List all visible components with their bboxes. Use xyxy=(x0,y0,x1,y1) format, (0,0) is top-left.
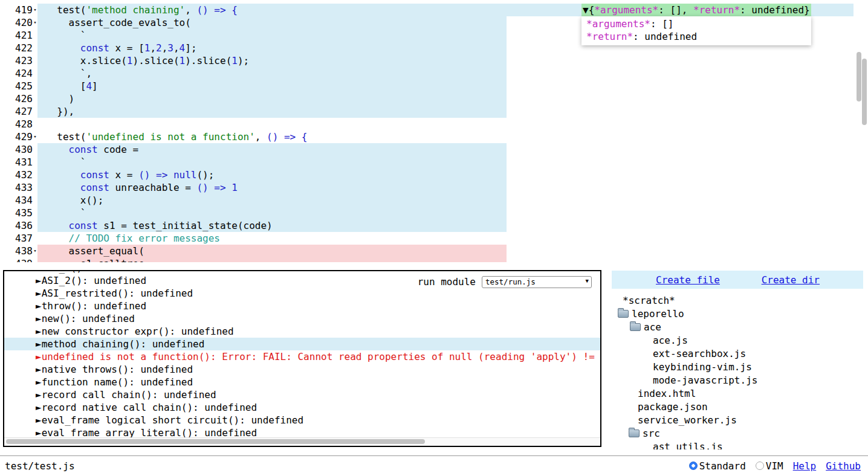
code-line[interactable]: const x = () => null(); xyxy=(37,169,853,181)
expand-arrow-icon[interactable]: ► xyxy=(36,389,42,400)
tree-folder[interactable]: src xyxy=(612,426,863,440)
value-inspector-popup[interactable]: ▼{*arguments*: [], *return*: undefined} … xyxy=(581,4,811,45)
test-result-row[interactable]: ►native throws(): undefined xyxy=(4,363,600,376)
editor-line[interactable]: 424 `, xyxy=(0,67,853,80)
test-result-row[interactable]: ►function name(): undefined xyxy=(4,376,600,388)
expand-arrow-icon[interactable]: ► xyxy=(36,313,42,324)
test-results-panel[interactable]: ►ASI_1(): undefined►ASI_2(): undefined►A… xyxy=(3,270,601,447)
code-line[interactable]: assert_equal( xyxy=(37,245,853,257)
fold-marker-icon[interactable]: ▾ xyxy=(33,245,37,257)
run-module-select[interactable]: test/run.js xyxy=(482,276,592,288)
code-token: ` xyxy=(45,30,86,41)
radio-vim-icon[interactable] xyxy=(756,462,764,470)
results-scrollbar-thumb[interactable] xyxy=(6,439,425,444)
expand-arrow-icon[interactable]: ► xyxy=(36,338,42,350)
test-result-row[interactable]: ►method chaining(): undefined xyxy=(4,338,600,350)
code-line[interactable]: test('undefined is not a function', () =… xyxy=(37,130,853,143)
results-horizontal-scrollbar[interactable] xyxy=(4,437,600,446)
editor-line[interactable]: 429▾ test('undefined is not a function',… xyxy=(0,130,853,143)
expand-arrow-icon[interactable]: ► xyxy=(36,326,42,337)
tree-file[interactable]: package.json xyxy=(612,400,863,413)
create-dir-button[interactable]: Create dir xyxy=(762,274,820,286)
test-result-row[interactable]: ►record call chain(): undefined xyxy=(4,388,600,401)
create-file-button[interactable]: Create file xyxy=(656,274,720,286)
vim-label[interactable]: VIM xyxy=(766,460,783,472)
test-result-row[interactable]: ►ASI_1(): undefined xyxy=(4,270,600,274)
test-result-label: record call chain(): undefined xyxy=(42,389,216,400)
inspector-summary[interactable]: ▼{*arguments*: [], *return*: undefined} xyxy=(581,4,811,16)
editor-line[interactable]: 432 const x = () => null(); xyxy=(0,169,853,181)
expand-arrow-icon[interactable]: ► xyxy=(36,376,42,388)
editor-line[interactable]: 436 const s1 = test_initial_state(code) xyxy=(0,219,853,232)
tree-file[interactable]: index.html xyxy=(612,387,863,400)
inspector-entry[interactable]: *arguments*: [] xyxy=(586,18,811,30)
code-line[interactable]: // TODO fix error messages xyxy=(37,232,853,245)
tree-file[interactable]: keybinding-vim.js xyxy=(612,360,863,373)
expand-arrow-icon[interactable]: ► xyxy=(36,270,42,274)
test-result-row[interactable]: ►eval_frame logical short circuit(): und… xyxy=(4,414,600,426)
expand-arrow-icon[interactable]: ► xyxy=(36,364,42,375)
expand-arrow-icon[interactable]: ► xyxy=(36,300,42,312)
test-result-row[interactable]: ►new(): undefined xyxy=(4,312,600,325)
tree-file[interactable]: mode-javascript.js xyxy=(612,373,863,387)
editor-line[interactable]: 438▾ assert_equal( xyxy=(0,245,853,257)
code-line[interactable]: const code = xyxy=(37,143,853,156)
editor-line[interactable]: 428 xyxy=(0,118,853,130)
expand-arrow-icon[interactable]: ► xyxy=(36,402,42,413)
expand-arrow-icon[interactable]: ► xyxy=(36,275,42,286)
editor-line[interactable]: 430 const code = xyxy=(0,143,853,156)
code-line[interactable]: s1.calltree xyxy=(37,257,853,262)
test-result-row[interactable]: ►throw(): undefined xyxy=(4,300,600,312)
code-line[interactable]: [4] xyxy=(37,80,853,92)
standard-label[interactable]: Standard xyxy=(699,460,746,472)
tree-file[interactable]: ext-searchbox.js xyxy=(612,347,863,360)
help-link[interactable]: Help xyxy=(793,460,817,472)
file-tree[interactable]: *scratch*leporelloaceace.jsext-searchbox… xyxy=(612,289,863,449)
file-tree-scrollbar[interactable] xyxy=(860,0,868,179)
keybinding-vim-option[interactable]: VIM xyxy=(756,460,783,472)
editor-line[interactable]: 423 x.slice(1).slice(1).slice(1); xyxy=(0,54,853,67)
code-line[interactable]: `, xyxy=(37,67,853,80)
test-result-row[interactable]: ►undefined is not a function(): Error: F… xyxy=(4,350,600,363)
tree-file[interactable]: service_worker.js xyxy=(612,413,863,426)
code-line[interactable]: const s1 = test_initial_state(code) xyxy=(37,219,853,232)
editor-line[interactable]: 433 const unreachable = () => 1 xyxy=(0,181,853,194)
editor-line[interactable]: 425 [4] xyxy=(0,80,853,92)
radio-standard-icon[interactable] xyxy=(689,462,698,470)
tree-file[interactable]: ace.js xyxy=(612,333,863,347)
code-editor[interactable]: 419▾ test('method chaining', () => {420▾… xyxy=(0,0,853,262)
tree-file[interactable]: *scratch* xyxy=(612,294,863,307)
fold-marker-icon[interactable]: ▾ xyxy=(33,16,37,29)
tree-folder[interactable]: ace xyxy=(612,320,863,333)
test-result-row[interactable]: ►record native call chain(): undefined xyxy=(4,401,600,414)
editor-line[interactable]: 439 s1.calltree xyxy=(0,257,853,262)
code-line[interactable]: x.slice(1).slice(1).slice(1); xyxy=(37,54,853,67)
inspector-entry[interactable]: *return*: undefined xyxy=(586,30,811,43)
expand-arrow-icon[interactable]: ► xyxy=(36,288,42,299)
test-result-row[interactable]: ►new constructor expr(): undefined xyxy=(4,325,600,338)
expand-arrow-icon[interactable]: ► xyxy=(36,351,42,362)
keybinding-standard-option[interactable]: Standard xyxy=(689,460,746,472)
test-result-row[interactable]: ►ASI_restrited(): undefined xyxy=(4,287,600,300)
file-tree-scrollbar-thumb[interactable] xyxy=(862,59,867,125)
editor-line[interactable]: 427 }), xyxy=(0,105,853,118)
fold-marker-icon[interactable]: ▾ xyxy=(33,130,37,143)
github-link[interactable]: Github xyxy=(826,460,861,472)
code-line[interactable] xyxy=(37,118,853,130)
editor-line[interactable]: 426 ) xyxy=(0,92,853,105)
editor-line[interactable]: 437 // TODO fix error messages xyxy=(0,232,853,245)
test-results-list[interactable]: ►ASI_1(): undefined►ASI_2(): undefined►A… xyxy=(4,270,600,439)
editor-line[interactable]: 434 x(); xyxy=(0,194,853,207)
code-line[interactable]: ) xyxy=(37,92,853,105)
tree-folder[interactable]: leporello xyxy=(612,307,863,320)
expand-arrow-icon[interactable]: ► xyxy=(36,414,42,426)
fold-marker-icon[interactable]: ▾ xyxy=(33,4,37,16)
code-line[interactable]: }), xyxy=(37,105,853,118)
code-line[interactable]: ` xyxy=(37,207,853,219)
code-line[interactable]: x(); xyxy=(37,194,853,207)
code-line[interactable]: const unreachable = () => 1 xyxy=(37,181,853,194)
editor-line[interactable]: 435 ` xyxy=(0,207,853,219)
code-line[interactable]: ` xyxy=(37,156,853,169)
tree-file[interactable]: ast_utils.js xyxy=(612,440,863,449)
editor-line[interactable]: 431 ` xyxy=(0,156,853,169)
